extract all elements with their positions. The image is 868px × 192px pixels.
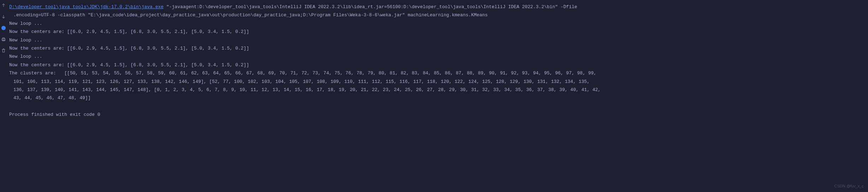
up-arrow-icon[interactable] xyxy=(1,3,6,8)
clusters-output: 43, 44, 45, 46, 47, 48, 49]] xyxy=(9,94,866,102)
command-args-2: .encoding=UTF-8 -classpath "E:\java_code… xyxy=(9,11,866,19)
output-line: New loop ... xyxy=(9,19,866,28)
svg-point-0 xyxy=(1,26,6,30)
clusters-output: 136, 137, 139, 140, 141, 143, 144, 145, … xyxy=(9,86,866,94)
print-icon[interactable] xyxy=(1,37,6,42)
empty-line xyxy=(9,102,866,111)
exit-message: Process finished with exit code 0 xyxy=(9,111,866,119)
wrap-text-icon[interactable] xyxy=(1,26,6,30)
down-arrow-icon[interactable] xyxy=(1,14,6,19)
java-executable-link[interactable]: D:\developer_tool\java_tools\JDK\jdk-17.… xyxy=(9,4,164,10)
console-output[interactable]: D:\developer_tool\java_tools\JDK\jdk-17.… xyxy=(7,0,868,192)
svg-rect-2 xyxy=(2,38,4,39)
output-line: New loop ... xyxy=(9,52,866,61)
command-line: D:\developer_tool\java_tools\JDK\jdk-17.… xyxy=(9,3,866,11)
clusters-output: 101, 106, 113, 114, 119, 121, 123, 126, … xyxy=(9,78,866,86)
trash-icon[interactable] xyxy=(1,48,6,53)
command-args-1: "-javaagent:D:\developer_tool\java_tools… xyxy=(164,4,577,10)
output-line: New loop ... xyxy=(9,36,866,44)
output-line: Now the centers are: [[6.0, 2.9, 4.5, 1.… xyxy=(9,61,866,69)
output-line: Now the centers are: [[6.0, 2.9, 4.5, 1.… xyxy=(9,28,866,36)
console-gutter xyxy=(0,0,7,192)
output-line: Now the centers are: [[6.0, 2.9, 4.5, 1.… xyxy=(9,44,866,52)
clusters-output: The clusters are: [[50, 51, 53, 54, 55, … xyxy=(9,69,866,77)
watermark: CSDN @fuv_x_c xyxy=(834,183,864,190)
